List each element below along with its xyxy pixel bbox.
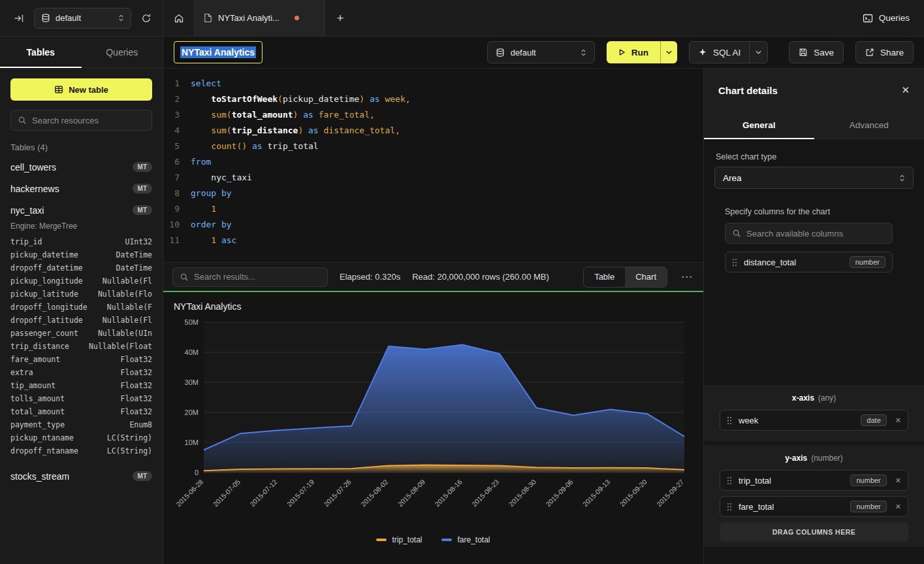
sidebar-collapse-button[interactable] [10,10,27,27]
table-column-row: trip_distanceNullable(Float [0,340,163,353]
search-results-input[interactable] [194,272,321,282]
column-name: tolls_amount [10,394,65,403]
sql-ai-button-group: SQL AI [689,41,768,63]
sql-editor[interactable]: 1select2 toStartOfWeek(pickup_datetime) … [163,69,703,262]
tab-general[interactable]: General [704,112,814,139]
svg-text:0: 0 [195,469,199,476]
line-number: 3 [163,107,191,123]
line-number: 2 [163,91,191,107]
remove-column-button[interactable]: ✕ [893,416,901,425]
remove-column-button[interactable]: ✕ [893,476,901,485]
sql-ai-button[interactable]: SQL AI [690,42,749,63]
engine-badge: MT [133,162,152,172]
sql-ai-options-button[interactable] [749,42,767,63]
query-title-input[interactable]: NYTaxi Analytics [174,41,263,63]
column-name: dropoff_ntaname [10,446,78,456]
tab-advanced[interactable]: Advanced [814,112,924,139]
code-line[interactable]: 2 toStartOfWeek(pickup_datetime) as week… [163,91,703,107]
line-number: 5 [163,139,191,154]
more-options-button[interactable]: ⋯ [679,270,694,284]
svg-text:2015-08-30: 2015-08-30 [507,478,537,508]
table-item-cell_towers[interactable]: cell_towersMT [0,156,163,178]
code-token: () [236,141,247,151]
run-button-label: Run [631,48,648,58]
column-name: trip_distance [10,342,69,351]
search-resources-input[interactable] [32,116,145,125]
tables-section-header: Tables (4) [10,142,152,152]
chart-type-label: Select chart type [716,152,912,161]
refresh-button[interactable] [138,10,155,27]
column-type: LC(String) [107,433,152,442]
save-button[interactable]: Save [789,41,844,63]
area-chart[interactable]: 010M20M30M40M50M2015-06-282015-07-052015… [174,316,693,535]
table-item-hackernews[interactable]: hackernewsMT [0,178,163,199]
legend-item-fare_total[interactable]: fare_total [441,535,490,544]
code-token: asc [221,235,236,245]
code-line[interactable]: 9 1 [163,201,703,217]
search-columns-input[interactable] [746,229,885,239]
new-tab-button[interactable]: + [325,0,355,36]
x-axis-column-row[interactable]: weekdate✕ [720,410,908,431]
sidebar-tab-tables[interactable]: Tables [0,37,82,67]
query-database-selector[interactable]: default [487,41,595,63]
code-token [191,204,211,214]
remove-column-button[interactable]: ✕ [893,503,901,511]
code-line[interactable]: 6from [163,154,703,170]
code-token: week, [380,94,411,104]
close-chart-details-button[interactable]: ✕ [901,84,910,96]
table-item-stocks_stream[interactable]: stocks_streamMT [0,465,163,487]
available-column-row[interactable]: distance_totalnumber [725,252,893,273]
drag-handle[interactable] [727,503,732,511]
table-item-nyc_taxi[interactable]: nyc_taxiMT [0,199,163,221]
save-icon [799,48,808,57]
chart-type-select[interactable]: Area [714,167,914,189]
table-column-row: fare_amountFloat32 [0,353,163,366]
drop-zone[interactable]: DRAG COLUMNS HERE [720,522,908,542]
editor-pane: 1select2 toStartOfWeek(pickup_datetime) … [163,69,704,564]
code-line[interactable]: 7 nyc_taxi [163,170,703,186]
code-token: as [370,94,380,104]
chart-title: NYTaxi Analytics [174,301,693,312]
chart-details-header: Chart details ✕ [704,69,924,112]
code-line[interactable]: 11 1 asc [163,233,703,248]
code-token [364,94,370,104]
chevron-down-icon [666,50,672,54]
new-table-button[interactable]: New table [10,78,152,101]
run-options-button[interactable] [660,41,677,63]
y-axis-column-row[interactable]: trip_totalnumber✕ [720,470,908,491]
column-name: pickup_ntaname [10,433,74,442]
code-text: group by [191,186,232,201]
y-axis-header: y-axis(number) [720,454,908,463]
home-tab[interactable] [163,0,195,36]
drag-handle[interactable] [732,258,737,267]
svg-text:50M: 50M [185,318,199,326]
code-line[interactable]: 3 sum(total_amount) as fare_total, [163,107,703,123]
code-text: 1 asc [191,233,236,248]
table-view-toggle[interactable]: Table [584,267,625,287]
drag-handle[interactable] [727,476,732,485]
search-icon [18,116,27,125]
y-axis-column-row[interactable]: fare_totalnumber✕ [720,496,908,517]
code-token: 1 [211,235,216,245]
sidebar-tab-queries[interactable]: Queries [82,37,163,67]
chart-view-toggle[interactable]: Chart [625,267,667,287]
queries-button[interactable]: Queries [863,13,910,24]
topbar: default NYTaxi Analyti... + Queries [0,0,924,37]
topbar-database-selector[interactable]: default [34,8,131,29]
query-title-text: NYTaxi Analytics [180,46,256,58]
share-button[interactable]: Share [855,41,914,63]
column-type: Enum8 [129,420,152,429]
code-line[interactable]: 8group by [163,186,703,201]
query-database-value: default [511,48,575,58]
code-line[interactable]: 5 count() as trip_total [163,139,703,154]
tab-nytaxi-analytics[interactable]: NYTaxi Analyti... [195,0,325,36]
legend-item-trip_total[interactable]: trip_total [376,535,422,544]
drag-handle[interactable] [727,416,732,425]
svg-text:2015-08-02: 2015-08-02 [359,478,390,508]
code-line[interactable]: 4 sum(trip_distance) as distance_total, [163,123,703,139]
run-button[interactable]: Run [607,41,660,63]
drag-handle-icon [727,503,732,511]
code-line[interactable]: 10order by [163,217,703,233]
code-line[interactable]: 1select [163,76,703,91]
code-token: nyc_taxi [191,173,252,182]
